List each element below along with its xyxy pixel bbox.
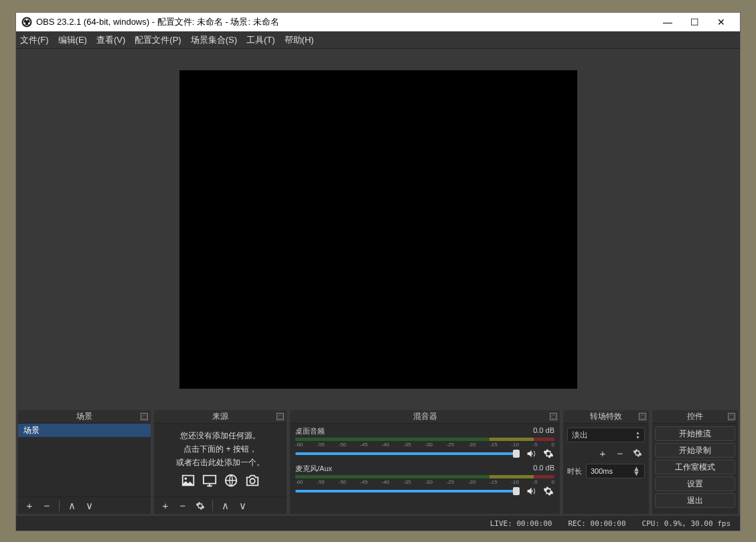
channel-name: 麦克风/Aux [295, 464, 332, 474]
sources-body: 您还没有添加任何源。 点击下面的 + 按钮， 或者右击此处添加一个。 + − [154, 424, 287, 514]
menu-profile[interactable]: 配置文件(P) [135, 34, 181, 46]
preview-area [16, 49, 740, 410]
controls-popout-icon[interactable]: ▢ [728, 413, 735, 420]
menu-file[interactable]: 文件(F) [20, 34, 49, 46]
channel-settings-button[interactable] [542, 448, 554, 460]
transitions-popout-icon[interactable]: ▢ [639, 413, 646, 420]
channel-level: 0.0 dB [533, 426, 554, 436]
divider [212, 501, 213, 511]
sources-panel: 来源 ▢ 您还没有添加任何源。 点击下面的 + 按钮， 或者右击此处添加一个。 [154, 410, 287, 514]
scenes-header: 场景 ▢ [18, 410, 151, 424]
channel-level: 0.0 dB [533, 464, 554, 474]
start-recording-button[interactable]: 开始录制 [655, 443, 735, 458]
add-transition-button[interactable]: + [595, 446, 610, 460]
transitions-body: 淡出 ▲▼ + − 时长 300ms ▲▼ [563, 424, 649, 514]
mixer-panel: 混音器 ▢ 桌面音频 0.0 dB -60-55-50-45-40-35-30-… [290, 410, 560, 514]
start-streaming-button[interactable]: 开始推流 [655, 426, 735, 441]
remove-source-button[interactable]: − [175, 499, 190, 513]
browser-source-icon [223, 473, 239, 490]
add-scene-button[interactable]: + [22, 499, 37, 513]
sources-hint-icons [180, 473, 260, 490]
svg-point-4 [28, 22, 30, 24]
scene-list[interactable]: 场景 [18, 424, 151, 496]
controls-panel: 控件 ▢ 开始推流 开始录制 工作室模式 设置 退出 [652, 410, 738, 514]
mixer-popout-icon[interactable]: ▢ [550, 413, 557, 420]
mute-button[interactable] [525, 485, 537, 497]
svg-point-5 [185, 477, 187, 480]
camera-source-icon [244, 473, 260, 490]
app-chrome: 文件(F) 编辑(E) 查看(V) 配置文件(P) 场景集合(S) 工具(T) … [16, 31, 740, 531]
mixer-channel-mic: 麦克风/Aux 0.0 dB -60-55-50-45-40-35-30-25-… [295, 464, 554, 497]
scenes-panel: 场景 ▢ 场景 + − ∧ ∨ [18, 410, 151, 514]
sources-popout-icon[interactable]: ▢ [277, 413, 284, 420]
status-cpu: CPU: 0.9%, 30.00 fps [642, 519, 731, 528]
svg-point-7 [250, 478, 254, 483]
app-window: OBS 23.2.1 (64-bit, windows) - 配置文件: 未命名… [15, 12, 741, 531]
sources-empty-line: 您还没有添加任何源。 [180, 430, 260, 442]
menu-help[interactable]: 帮助(H) [285, 34, 314, 46]
mute-button[interactable] [525, 448, 537, 460]
channel-settings-button[interactable] [542, 485, 554, 497]
volume-slider[interactable] [295, 490, 520, 492]
channel-name: 桌面音频 [295, 426, 325, 436]
sources-empty-line: 点击下面的 + 按钮， [183, 444, 257, 455]
settings-button[interactable]: 设置 [655, 476, 735, 491]
move-source-up-button[interactable]: ∧ [218, 499, 232, 513]
panels-row: 场景 ▢ 场景 + − ∧ ∨ [16, 410, 740, 516]
remove-transition-button[interactable]: − [613, 446, 627, 460]
scenes-tools: + − ∧ ∨ [18, 496, 151, 514]
minimize-button[interactable]: — [654, 14, 681, 30]
channel-meter: -60-55-50-45-40-35-30-25-20-15-10-50 [295, 438, 554, 446]
window-title: OBS 23.2.1 (64-bit, windows) - 配置文件: 未命名… [36, 16, 654, 28]
titlebar: OBS 23.2.1 (64-bit, windows) - 配置文件: 未命名… [16, 13, 740, 31]
source-properties-button[interactable] [193, 499, 208, 513]
transitions-panel: 转场特效 ▢ 淡出 ▲▼ + − 时长 [563, 410, 649, 514]
exit-button[interactable]: 退出 [655, 493, 735, 508]
menu-tools[interactable]: 工具(T) [246, 34, 275, 46]
menubar: 文件(F) 编辑(E) 查看(V) 配置文件(P) 场景集合(S) 工具(T) … [16, 31, 740, 49]
menu-edit[interactable]: 编辑(E) [58, 34, 87, 46]
maximize-button[interactable]: ☐ [681, 14, 708, 30]
divider [59, 501, 60, 511]
duration-label: 时长 [567, 466, 582, 476]
mixer-body: 桌面音频 0.0 dB -60-55-50-45-40-35-30-25-20-… [290, 424, 560, 514]
controls-header: 控件 ▢ [652, 410, 738, 424]
scenes-popout-icon[interactable]: ▢ [141, 413, 148, 420]
display-source-icon [202, 473, 218, 490]
sources-header: 来源 ▢ [154, 410, 287, 424]
mixer-channel-desktop: 桌面音频 0.0 dB -60-55-50-45-40-35-30-25-20-… [295, 426, 554, 460]
menu-view[interactable]: 查看(V) [96, 34, 125, 46]
channel-meter: -60-55-50-45-40-35-30-25-20-15-10-50 [295, 475, 554, 483]
transitions-header: 转场特效 ▢ [563, 410, 649, 424]
move-source-down-button[interactable]: ∨ [235, 499, 250, 513]
svg-point-2 [26, 19, 28, 21]
transition-select[interactable]: 淡出 ▲▼ [567, 428, 645, 442]
sources-tools: + − ∧ ∨ [154, 496, 287, 514]
close-button[interactable]: ✕ [708, 14, 735, 30]
remove-scene-button[interactable]: − [40, 499, 54, 513]
volume-slider[interactable] [295, 452, 520, 455]
scene-item[interactable]: 场景 [18, 424, 151, 437]
image-source-icon [180, 473, 196, 490]
menu-scene-collection[interactable]: 场景集合(S) [191, 34, 237, 46]
obs-logo-icon [21, 17, 32, 27]
scenes-body: 场景 + − ∧ ∨ [18, 424, 151, 514]
transition-properties-button[interactable] [630, 446, 645, 460]
duration-input[interactable]: 300ms ▲▼ [586, 464, 645, 478]
statusbar: LIVE: 00:00:00 REC: 00:00:00 CPU: 0.9%, … [16, 516, 740, 531]
status-rec: REC: 00:00:00 [568, 519, 625, 528]
sources-empty[interactable]: 您还没有添加任何源。 点击下面的 + 按钮， 或者右击此处添加一个。 [154, 424, 287, 496]
status-live: LIVE: 00:00:00 [490, 519, 552, 528]
move-scene-up-button[interactable]: ∧ [64, 499, 79, 513]
studio-mode-button[interactable]: 工作室模式 [655, 460, 735, 474]
sources-empty-line: 或者右击此处添加一个。 [176, 457, 264, 468]
preview-canvas[interactable] [179, 70, 577, 389]
mixer-header: 混音器 ▢ [290, 410, 560, 424]
move-scene-down-button[interactable]: ∨ [82, 499, 96, 513]
svg-point-3 [23, 22, 25, 24]
add-source-button[interactable]: + [158, 499, 173, 513]
controls-body: 开始推流 开始录制 工作室模式 设置 退出 [652, 424, 738, 514]
window-buttons: — ☐ ✕ [654, 14, 735, 30]
